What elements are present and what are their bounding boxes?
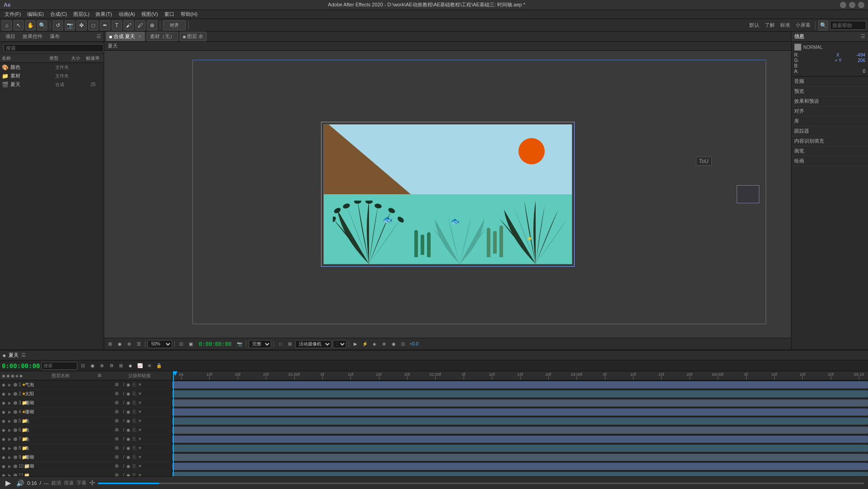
menu-file[interactable]: 文件(F) <box>2 10 24 19</box>
hand-tool[interactable]: ✋ <box>25 20 35 30</box>
layer-parent-arrow-3[interactable]: ▼ <box>138 409 142 414</box>
layer-row-5[interactable]: ◉ ▶ 6 📁 鱼 单 / ◉ 无 ▼ <box>0 426 172 435</box>
layer-parent-arrow-9[interactable]: ▼ <box>138 464 142 469</box>
project-item-1[interactable]: 📁 素材 文件夹 <box>0 72 104 80</box>
layer-parent-arrow-1[interactable]: ▼ <box>138 391 142 396</box>
text-tool[interactable]: T <box>112 20 122 30</box>
viewport-area[interactable]: 🐟 🐟 ◆ ToU <box>104 51 791 338</box>
menu-view[interactable]: 视图(V) <box>139 10 161 19</box>
layer-row-8[interactable]: ◉ ▶ 9 📁 珊瑚 单 / ◉ 无 ▼ <box>0 453 172 462</box>
layer-eye-9[interactable]: ◉ <box>1 464 6 469</box>
menu-layer[interactable]: 图层(L) <box>71 10 92 19</box>
layer-parent-arrow-8[interactable]: ▼ <box>138 455 142 460</box>
project-tab[interactable]: 项目 <box>3 32 18 41</box>
layer-expand-10[interactable]: ▶ <box>7 473 12 477</box>
hd-label[interactable]: 超清 <box>51 479 61 486</box>
render-btn[interactable]: ▶ <box>351 340 360 348</box>
layer-row-7[interactable]: ◉ ▶ 8 📁 鱼 单 / ◉ 无 ▼ <box>0 444 172 453</box>
track-bar-10[interactable] <box>172 472 868 476</box>
timeline-search[interactable] <box>41 362 77 370</box>
layer-eye-4[interactable]: ◉ <box>1 418 6 424</box>
layer-parent-arrow-4[interactable]: ▼ <box>138 418 142 423</box>
fast-preview-btn[interactable]: ⚡ <box>361 340 369 348</box>
comp-tab-summer[interactable]: ■ 合成 夏天 ✕ <box>106 32 145 41</box>
layer-tab[interactable]: ■ 图层 水 <box>180 32 207 41</box>
layer-parent-arrow-2[interactable]: ▼ <box>138 400 142 405</box>
search-icon[interactable]: 🔍 <box>818 20 828 30</box>
track-bar-6[interactable] <box>172 436 868 443</box>
menu-help[interactable]: 帮助(H) <box>178 10 200 19</box>
layer-eye-2[interactable]: ◉ <box>1 400 6 406</box>
right-section-6[interactable]: 内容识别填充 <box>791 136 868 146</box>
solo-btn[interactable]: ◉ <box>88 362 96 370</box>
home-button[interactable]: ⌂ <box>2 20 12 30</box>
layer-expand-8[interactable]: ▶ <box>7 455 12 460</box>
layer-row-2[interactable]: ◉ ▶ 3 📁 珊瑚 单 / ◉ 无 ▼ <box>0 398 172 408</box>
layer-expand-9[interactable]: ▶ <box>7 464 12 469</box>
search-help-input[interactable] <box>830 21 866 30</box>
toggle-switches[interactable]: ⊞ <box>117 362 125 370</box>
quality-dropdown[interactable]: 完整 一半 <box>249 340 271 348</box>
camera-dropdown[interactable]: 活动摄像机 <box>295 340 331 348</box>
pen-tool[interactable]: ✒ <box>100 20 110 30</box>
keyframe-btn[interactable]: ◆ <box>126 362 134 370</box>
track-bar-1[interactable] <box>172 390 868 398</box>
track-bar-3[interactable] <box>172 408 868 416</box>
right-section-5[interactable]: 跟踪器 <box>791 126 868 136</box>
layer-solo-5[interactable] <box>13 427 18 433</box>
layer-parent-arrow-6[interactable]: ▼ <box>138 436 142 441</box>
track-bar-5[interactable] <box>172 427 868 434</box>
layer-expand-2[interactable]: ▶ <box>7 400 12 406</box>
paint-tool[interactable]: 🖊 <box>135 20 145 30</box>
transparency-toggle[interactable]: □ <box>276 340 284 348</box>
vb-icon-3[interactable]: ⊕ <box>125 340 133 348</box>
right-section-3[interactable]: 对齐 <box>791 106 868 116</box>
new-layer-btn[interactable]: ⊕ <box>98 362 106 370</box>
resolution-toggle[interactable]: ⊡ <box>177 340 185 348</box>
layer-expand-4[interactable]: ▶ <box>7 418 12 424</box>
vb-icon-1[interactable]: ⊞ <box>106 340 114 348</box>
timeline-menu[interactable]: ☰ <box>21 352 26 358</box>
layer-parent-arrow-7[interactable]: ▼ <box>138 446 142 451</box>
menu-edit[interactable]: 编辑(E) <box>24 10 47 19</box>
right-section-7[interactable]: 画笔 <box>791 146 868 156</box>
right-section-1[interactable]: 预览 <box>791 86 868 96</box>
layer-expand-6[interactable]: ▶ <box>7 436 12 442</box>
layer-row-1[interactable]: ◉ ▶ 2 ★ 太阳 单 / ◉ 无 ▼ <box>0 389 172 398</box>
shape-tool[interactable]: □ <box>88 20 98 30</box>
layer-eye-1[interactable]: ◉ <box>1 391 6 397</box>
layer-parent-arrow-0[interactable]: ▼ <box>138 382 142 387</box>
layer-solo-1[interactable] <box>13 391 18 397</box>
effects-tab[interactable]: 效果控件 <box>20 32 45 41</box>
layer-expand-7[interactable]: ▶ <box>7 446 12 451</box>
layer-row-0[interactable]: ◉ ▶ 1 ★ 气泡 单 / ◉ 无 ▼ <box>0 380 172 389</box>
layer-solo-4[interactable] <box>13 418 18 424</box>
layer-eye-7[interactable]: ◉ <box>1 446 6 451</box>
playhead[interactable] <box>173 371 174 476</box>
lock-btn[interactable]: 🔒 <box>155 362 163 370</box>
minimize-button[interactable]: — <box>840 2 846 8</box>
layer-solo-3[interactable] <box>13 409 18 415</box>
camera-tool[interactable]: 📷 <box>65 20 75 30</box>
select-tool[interactable]: ↖ <box>14 20 24 30</box>
layer-parent-arrow-10[interactable]: ▼ <box>138 473 142 476</box>
region-toggle[interactable]: ▣ <box>187 340 195 348</box>
layer-expand-5[interactable]: ▶ <box>7 427 12 433</box>
comp-settings-btn[interactable]: ⚙ <box>107 362 115 370</box>
close-button[interactable]: ✕ <box>858 2 864 8</box>
view-dropdown[interactable]: 1 2 <box>333 340 346 348</box>
menu-compose[interactable]: 合成(C) <box>48 10 70 19</box>
menu-window[interactable]: 窗口 <box>162 10 177 19</box>
progress-bar[interactable] <box>98 483 864 484</box>
render-in-out-btn[interactable]: ⊡ <box>79 362 87 370</box>
layer-eye-3[interactable]: ◉ <box>1 409 6 415</box>
layer-expand-3[interactable]: ▶ <box>7 409 12 415</box>
audio-button[interactable]: 🔊 <box>15 479 24 488</box>
menu-animation[interactable]: 动画(A) <box>116 10 138 19</box>
info-menu-icon[interactable]: ☰ <box>861 34 865 39</box>
project-item-2[interactable]: 🎬 夏天 合成 25 <box>0 80 104 89</box>
layer-row-3[interactable]: ◉ ▶ 4 ★ 珊瑚 单 / ◉ 无 ▼ <box>0 408 172 417</box>
reset-exposure-btn[interactable]: ⊡ <box>399 340 407 348</box>
layer-eye-6[interactable]: ◉ <box>1 436 6 442</box>
pause-button[interactable]: ▶ <box>4 479 13 488</box>
